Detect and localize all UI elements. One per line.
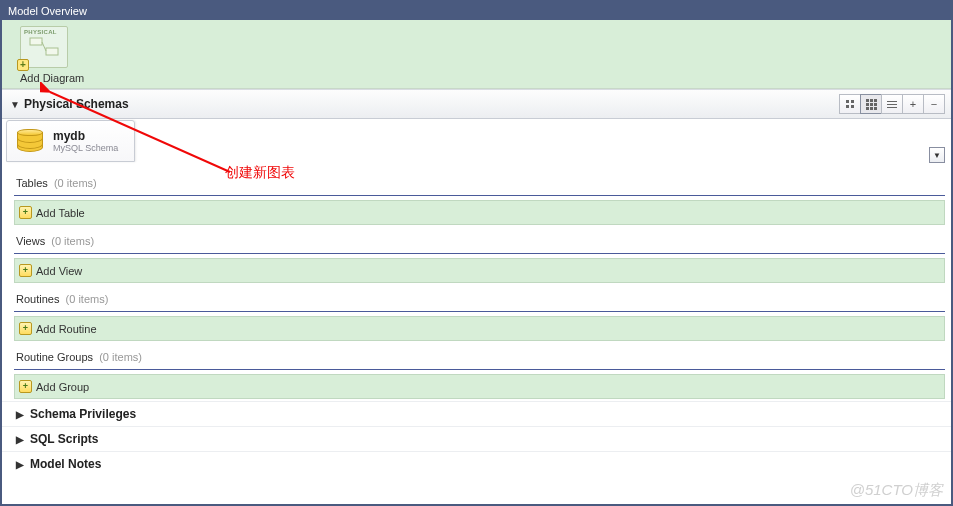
svg-rect-0 — [30, 38, 42, 45]
add-routine-button[interactable]: + Add Routine — [14, 316, 945, 341]
routine-groups-header: Routine Groups (0 items) — [14, 343, 945, 370]
model-notes-section[interactable]: ▶ Model Notes — [2, 451, 951, 476]
views-header: Views (0 items) — [14, 227, 945, 254]
diagrams-section: PHYSICAL + Add Diagram — [2, 20, 951, 89]
add-view-button[interactable]: + Add View — [14, 258, 945, 283]
plus-icon: + — [19, 264, 32, 277]
tables-header: Tables (0 items) — [14, 169, 945, 196]
schema-dropdown-button[interactable]: ▼ — [929, 147, 945, 163]
view-list-button[interactable] — [881, 94, 903, 114]
view-small-icons-button[interactable] — [860, 94, 882, 114]
database-icon — [15, 127, 45, 155]
schema-tab-mydb[interactable]: mydb MySQL Schema — [6, 120, 135, 162]
routines-header: Routines (0 items) — [14, 285, 945, 312]
window-title: Model Overview — [8, 5, 87, 17]
triangle-right-icon: ▶ — [16, 459, 24, 470]
physical-schemas-title: Physical Schemas — [24, 97, 840, 111]
svg-line-2 — [42, 42, 46, 51]
plus-icon: + — [19, 380, 32, 393]
add-routine-label: Add Routine — [36, 323, 97, 335]
routines-label: Routines — [16, 293, 59, 305]
tables-label: Tables — [16, 177, 48, 189]
add-group-button[interactable]: + Add Group — [14, 374, 945, 399]
add-table-button[interactable]: + Add Table — [14, 200, 945, 225]
plus-icon: + — [19, 322, 32, 335]
views-count: (0 items) — [51, 235, 94, 247]
minus-icon: − — [931, 98, 937, 110]
schema-name: mydb — [53, 129, 118, 143]
schema-subtitle: MySQL Schema — [53, 143, 118, 153]
plus-icon: + — [19, 206, 32, 219]
routine-groups-label: Routine Groups — [16, 351, 93, 363]
remove-schema-button[interactable]: − — [923, 94, 945, 114]
plus-icon: + — [910, 98, 916, 110]
annotation-text: 创建新图表 — [225, 164, 295, 182]
add-diagram-plus-icon: + — [17, 59, 29, 71]
add-schema-button[interactable]: + — [902, 94, 924, 114]
window-titlebar: Model Overview — [2, 2, 951, 20]
diagram-physical-label: PHYSICAL — [24, 29, 57, 35]
svg-rect-1 — [46, 48, 58, 55]
model-notes-label: Model Notes — [30, 457, 101, 471]
add-table-label: Add Table — [36, 207, 85, 219]
diagram-icon-graphic — [26, 35, 62, 59]
sql-scripts-label: SQL Scripts — [30, 432, 98, 446]
schema-privileges-section[interactable]: ▶ Schema Privileges — [2, 401, 951, 426]
add-view-label: Add View — [36, 265, 82, 277]
routines-count: (0 items) — [66, 293, 109, 305]
add-diagram-button[interactable]: PHYSICAL + — [20, 26, 68, 68]
chevron-down-icon: ▼ — [933, 151, 941, 160]
schema-tabs: mydb MySQL Schema ▼ — [2, 119, 951, 169]
triangle-right-icon: ▶ — [16, 409, 24, 420]
tables-count: (0 items) — [54, 177, 97, 189]
sql-scripts-section[interactable]: ▶ SQL Scripts — [2, 426, 951, 451]
physical-schemas-header[interactable]: ▼ Physical Schemas + − — [2, 89, 951, 119]
view-mode-buttons: + − — [840, 94, 945, 114]
routine-groups-count: (0 items) — [99, 351, 142, 363]
view-large-icons-button[interactable] — [839, 94, 861, 114]
schema-privileges-label: Schema Privileges — [30, 407, 136, 421]
collapse-icon: ▼ — [10, 99, 20, 110]
triangle-right-icon: ▶ — [16, 434, 24, 445]
add-diagram-label: Add Diagram — [20, 72, 943, 84]
model-overview-window: Model Overview PHYSICAL + Add Diagram ▼ … — [0, 0, 953, 506]
watermark: @51CTO博客 — [850, 481, 943, 500]
views-label: Views — [16, 235, 45, 247]
add-group-label: Add Group — [36, 381, 89, 393]
